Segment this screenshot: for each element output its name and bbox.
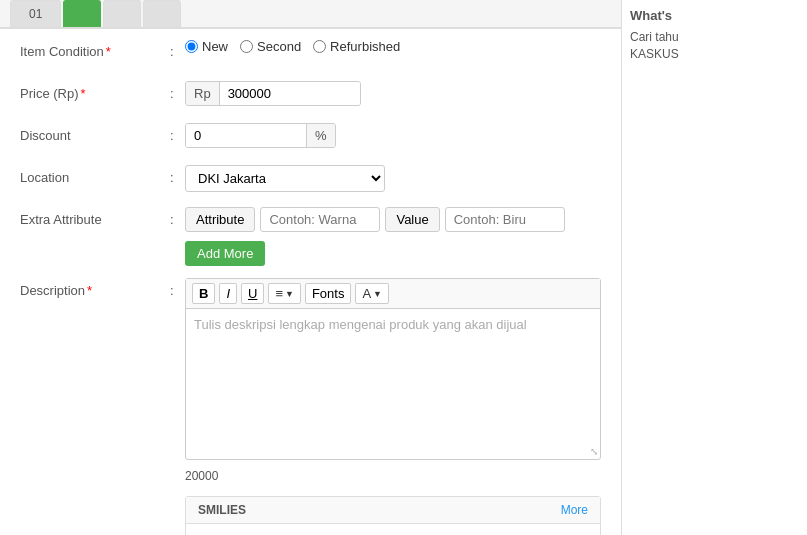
- item-condition-options: New Second Refurbished: [185, 39, 601, 54]
- price-wrapper: Rp: [185, 81, 361, 106]
- discount-wrapper: %: [185, 123, 336, 148]
- price-row: Price (Rp)* : Rp: [20, 81, 601, 111]
- toolbar-italic[interactable]: I: [219, 283, 237, 304]
- price-prefix: Rp: [186, 82, 220, 105]
- smilies-header: SMILIES More: [186, 497, 600, 524]
- condition-second-radio[interactable]: [240, 40, 253, 53]
- page-wrapper: 01 Item Condition* : New: [0, 0, 807, 535]
- price-label: Price (Rp)*: [20, 81, 170, 101]
- sidebar: What's Cari tahuKASKUS: [621, 0, 807, 535]
- main-content: 01 Item Condition* : New: [0, 0, 621, 535]
- discount-label: Discount: [20, 123, 170, 143]
- extra-attribute-label: Extra Attribute: [20, 207, 170, 227]
- smilies-section: SMILIES More 😊 😄 😐 😢 😞 🤗 😎 😘: [185, 496, 601, 535]
- location-label: Location: [20, 165, 170, 185]
- smilies-more-link[interactable]: More: [561, 503, 588, 517]
- location-select[interactable]: DKI Jakarta Bandung Surabaya: [185, 165, 385, 192]
- sidebar-title: What's: [630, 8, 807, 23]
- attribute-button[interactable]: Attribute: [185, 207, 255, 232]
- tabs-row: 01: [0, 0, 621, 29]
- discount-input[interactable]: [186, 124, 306, 147]
- description-control: B I U ≡ ▼ Fonts A ▼: [185, 278, 601, 535]
- value-input[interactable]: [445, 207, 565, 232]
- item-condition-label: Item Condition*: [20, 39, 170, 59]
- toolbar-underline[interactable]: U: [241, 283, 264, 304]
- extra-attribute-row: Extra Attribute : Attribute Value Add Mo…: [20, 207, 601, 266]
- discount-suffix: %: [306, 124, 335, 147]
- sidebar-text: Cari tahuKASKUS: [630, 29, 807, 63]
- description-placeholder: Tulis deskripsi lengkap mengenai produk …: [194, 317, 527, 332]
- toolbar-fonts[interactable]: Fonts: [305, 283, 352, 304]
- condition-new[interactable]: New: [185, 39, 228, 54]
- condition-new-radio[interactable]: [185, 40, 198, 53]
- toolbar-align[interactable]: ≡ ▼: [268, 283, 301, 304]
- value-button[interactable]: Value: [385, 207, 439, 232]
- tab-01[interactable]: 01: [10, 0, 61, 27]
- condition-refurbished[interactable]: Refurbished: [313, 39, 400, 54]
- char-count: 20000: [185, 469, 218, 483]
- item-condition-row: Item Condition* : New Second: [20, 39, 601, 69]
- discount-row: Discount : %: [20, 123, 601, 153]
- description-label: Description*: [20, 278, 170, 298]
- price-input[interactable]: [220, 82, 360, 105]
- location-row: Location : DKI Jakarta Bandung Surabaya: [20, 165, 601, 195]
- tab-3[interactable]: [103, 0, 141, 27]
- toolbar-fontsize[interactable]: A ▼: [355, 283, 389, 304]
- add-more-button[interactable]: Add More: [185, 241, 265, 266]
- attribute-value-row: Attribute Value: [185, 207, 565, 232]
- smilies-body: 😊 😄 😐 😢 😞 🤗 😎 😘 😍 🎉 😤 😈: [186, 524, 600, 535]
- description-editor-body[interactable]: Tulis deskripsi lengkap mengenai produk …: [186, 309, 600, 459]
- form-area: Item Condition* : New Second: [0, 29, 621, 535]
- price-control: Rp: [185, 81, 601, 106]
- smilies-title: SMILIES: [198, 503, 246, 517]
- discount-control: %: [185, 123, 601, 148]
- tab-2[interactable]: [63, 0, 101, 27]
- resize-handle[interactable]: ⤡: [590, 446, 598, 457]
- extra-attribute-control: Attribute Value Add More: [185, 207, 601, 266]
- toolbar-bold[interactable]: B: [192, 283, 215, 304]
- editor-wrapper: B I U ≡ ▼ Fonts A ▼: [185, 278, 601, 460]
- attribute-input[interactable]: [260, 207, 380, 232]
- editor-toolbar: B I U ≡ ▼ Fonts A ▼: [186, 279, 600, 309]
- description-row: Description* : B I U ≡ ▼ Fonts: [20, 278, 601, 535]
- condition-radio-group: New Second Refurbished: [185, 39, 400, 54]
- tab-4[interactable]: [143, 0, 181, 27]
- condition-refurbished-radio[interactable]: [313, 40, 326, 53]
- location-control: DKI Jakarta Bandung Surabaya: [185, 165, 601, 192]
- condition-second[interactable]: Second: [240, 39, 301, 54]
